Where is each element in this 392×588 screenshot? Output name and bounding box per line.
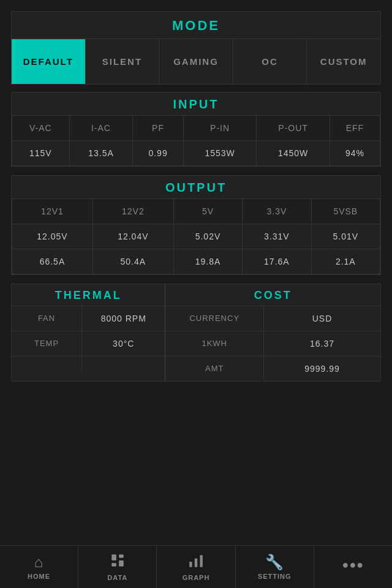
svg-rect-1: [119, 554, 124, 557]
nav-home[interactable]: ⌂ HOME: [0, 546, 78, 588]
mode-title: MODE: [12, 12, 380, 39]
val-5v-a: 19.8A: [173, 249, 242, 274]
val-12v2-a: 50.4A: [92, 249, 173, 274]
fan-row: FAN 8000 RPM: [12, 306, 165, 331]
tab-oc[interactable]: OC: [233, 39, 307, 84]
col-33v: 3.3V: [243, 199, 311, 224]
val-vac: 115V: [12, 141, 70, 166]
tab-custom[interactable]: CUSTOM: [307, 39, 380, 84]
val-pf: 0.99: [133, 141, 183, 166]
fan-label: FAN: [12, 306, 82, 331]
val-pout: 1450W: [257, 141, 330, 166]
kwh-row: 1KWH 16.37: [165, 331, 380, 356]
thermal-empty-value: [82, 356, 165, 371]
svg-rect-5: [195, 559, 197, 567]
output-section: OUTPUT 12V1 12V2 5V 3.3V 5VSB 12.05V 12.…: [11, 175, 381, 275]
mode-tabs: DEFAULT SILENT GAMING OC CUSTOM: [12, 39, 380, 84]
cost-part: COST CURRENCY USD 1KWH 16.37 AMT 9999.99: [165, 284, 380, 381]
data-icon: [110, 552, 126, 572]
val-12v2-v: 12.04V: [92, 224, 173, 249]
output-title: OUTPUT: [12, 176, 380, 198]
val-5v-v: 5.02V: [173, 224, 242, 249]
val-eff: 94%: [330, 141, 380, 166]
thermal-cost-section: THERMAL FAN 8000 RPM TEMP 30°C COST CURR…: [11, 284, 381, 382]
temp-value: 30°C: [82, 331, 165, 356]
temp-label: TEMP: [12, 331, 82, 356]
thermal-title: THERMAL: [12, 284, 165, 306]
thermal-empty-label: [12, 356, 82, 371]
val-12v1-v: 12.05V: [12, 224, 93, 249]
nav-data-label: DATA: [107, 574, 127, 581]
val-iac: 13.5A: [69, 141, 133, 166]
more-icon: ●●●: [342, 559, 364, 571]
table-row: 12.05V 12.04V 5.02V 3.31V 5.01V: [12, 224, 380, 249]
navbar: ⌂ HOME DATA GRAPH 🔧 SETTING ●●●: [0, 545, 392, 588]
mode-section: MODE DEFAULT SILENT GAMING OC CUSTOM: [11, 11, 381, 85]
col-iac: I-AC: [69, 116, 133, 141]
tab-silent[interactable]: SILENT: [86, 39, 160, 84]
val-12v1-a: 66.5A: [12, 249, 93, 274]
output-table: 12V1 12V2 5V 3.3V 5VSB 12.05V 12.04V 5.0…: [12, 198, 380, 274]
currency-label: CURRENCY: [165, 306, 264, 331]
thermal-empty-row: [12, 356, 165, 371]
nav-more[interactable]: ●●●: [314, 546, 392, 588]
col-eff: EFF: [330, 116, 380, 141]
svg-rect-3: [111, 563, 116, 566]
col-pin: P-IN: [183, 116, 257, 141]
tab-gaming[interactable]: GAMING: [159, 39, 233, 84]
val-pin: 1553W: [183, 141, 257, 166]
kwh-value: 16.37: [264, 331, 380, 356]
nav-graph-label: GRAPH: [183, 574, 210, 581]
graph-icon: [188, 552, 204, 572]
currency-value: USD: [264, 306, 380, 331]
nav-graph[interactable]: GRAPH: [157, 546, 235, 588]
svg-rect-0: [111, 554, 116, 560]
nav-home-label: HOME: [28, 573, 50, 580]
input-table: V-AC I-AC PF P-IN P-OUT EFF 115V 13.5A 0…: [12, 115, 380, 166]
col-12v1: 12V1: [12, 199, 93, 224]
table-row: 115V 13.5A 0.99 1553W 1450W 94%: [12, 141, 380, 166]
nav-data[interactable]: DATA: [78, 546, 157, 588]
temp-row: TEMP 30°C: [12, 331, 165, 356]
tab-default[interactable]: DEFAULT: [12, 39, 86, 84]
val-5vsb-v: 5.01V: [311, 224, 380, 249]
val-33v-v: 3.31V: [243, 224, 311, 249]
col-pf: PF: [133, 116, 183, 141]
table-row: 66.5A 50.4A 19.8A 17.6A 2.1A: [12, 249, 380, 274]
amt-row: AMT 9999.99: [165, 356, 380, 381]
amt-value: 9999.99: [264, 356, 380, 381]
kwh-label: 1KWH: [165, 331, 264, 356]
currency-row: CURRENCY USD: [165, 306, 380, 331]
col-pout: P-OUT: [257, 116, 330, 141]
input-section: INPUT V-AC I-AC PF P-IN P-OUT EFF 115V 1…: [11, 92, 381, 167]
nav-setting[interactable]: 🔧 SETTING: [236, 546, 314, 588]
input-title: INPUT: [12, 92, 380, 115]
svg-rect-4: [189, 562, 192, 567]
col-5vsb: 5VSB: [311, 199, 380, 224]
col-12v2: 12V2: [92, 199, 173, 224]
nav-setting-label: SETTING: [258, 573, 292, 580]
setting-icon: 🔧: [265, 554, 284, 571]
fan-value: 8000 RPM: [82, 306, 165, 331]
svg-rect-6: [200, 555, 203, 567]
cost-title: COST: [165, 284, 380, 306]
home-icon: ⌂: [34, 554, 44, 571]
col-5v: 5V: [173, 199, 242, 224]
col-vac: V-AC: [12, 116, 70, 141]
thermal-part: THERMAL FAN 8000 RPM TEMP 30°C: [12, 284, 165, 381]
amt-label: AMT: [165, 356, 264, 381]
val-5vsb-a: 2.1A: [311, 249, 380, 274]
svg-rect-2: [119, 560, 124, 567]
val-33v-a: 17.6A: [243, 249, 311, 274]
